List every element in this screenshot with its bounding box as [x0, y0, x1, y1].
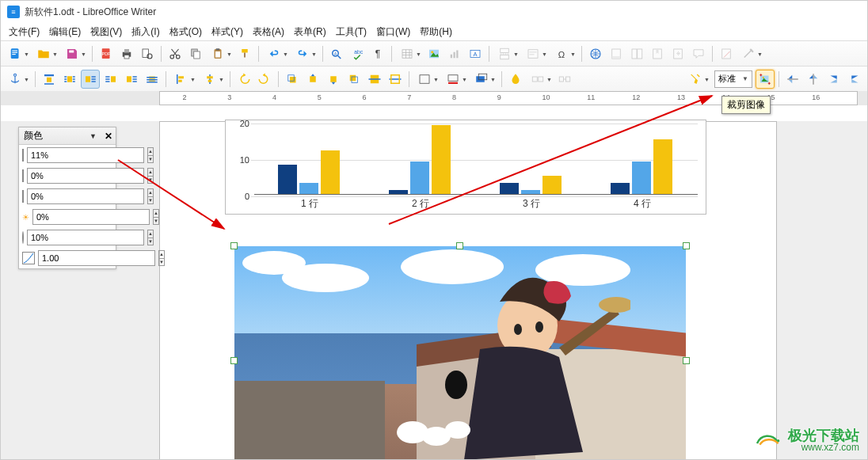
menu-file[interactable]: 文件(F) — [4, 24, 44, 40]
spinner[interactable]: ▲▼ — [147, 168, 154, 184]
undo-button[interactable]: ▼ — [263, 44, 290, 63]
to-foreground-button[interactable] — [365, 70, 384, 89]
rotate-left-button[interactable] — [234, 70, 253, 89]
wrap-before-button[interactable] — [101, 70, 120, 89]
print-button[interactable] — [117, 44, 136, 63]
color-value-input[interactable] — [27, 147, 144, 163]
spinner[interactable]: ▲▼ — [158, 250, 165, 266]
show-draw-functions-button[interactable]: ▼ — [737, 44, 764, 63]
transparency-button[interactable] — [506, 70, 525, 89]
insert-symbol-button[interactable]: Ω▼ — [550, 44, 577, 63]
crop-button[interactable] — [756, 70, 775, 89]
insert-pagebreak-button[interactable]: ▼ — [493, 44, 520, 63]
unlink-frame-button[interactable]: ▼ — [527, 70, 554, 89]
menu-window[interactable]: 窗口(W) — [371, 24, 415, 40]
menu-table[interactable]: 表格(A) — [248, 24, 289, 40]
color-value-input[interactable] — [32, 209, 150, 225]
spellcheck-button[interactable]: abc — [348, 44, 367, 63]
formatting-marks-button[interactable]: ¶ — [368, 44, 387, 63]
rotate-90r-button[interactable] — [845, 70, 864, 89]
send-back-button[interactable] — [345, 70, 364, 89]
track-changes-button[interactable] — [717, 44, 736, 63]
border-color-button[interactable]: ▼ — [442, 70, 469, 89]
menu-edit[interactable]: 编辑(E) — [44, 24, 86, 40]
insert-comment-button[interactable] — [689, 44, 708, 63]
redo-button[interactable]: ▼ — [291, 44, 318, 63]
wrap-parallel-button[interactable] — [60, 70, 79, 89]
wrap-after-button[interactable] — [122, 70, 141, 89]
area-fill-button[interactable]: ▼ — [470, 70, 497, 89]
insert-image-button[interactable] — [424, 44, 444, 63]
back-one-button[interactable] — [324, 70, 343, 89]
resize-handle-w[interactable] — [230, 357, 238, 364]
selected-image[interactable]: ⚓ — [234, 246, 686, 460]
chart-bar — [611, 183, 630, 194]
print-preview-button[interactable] — [138, 44, 157, 63]
spinner[interactable]: ▲▼ — [147, 230, 154, 245]
bring-front-button[interactable] — [283, 70, 302, 89]
spinner[interactable]: ▲▼ — [147, 188, 154, 204]
copy-button[interactable] — [186, 44, 205, 63]
flip-vert-button[interactable] — [783, 70, 802, 89]
clone-format-button[interactable] — [235, 44, 254, 63]
embedded-chart[interactable]: 01020 1 行2 行3 行4 行 — [225, 120, 706, 215]
paste-button[interactable]: ▼ — [207, 44, 234, 63]
insert-footnote-button[interactable] — [607, 44, 626, 63]
insert-chart-button[interactable] — [445, 44, 464, 63]
resize-handle-n[interactable] — [456, 242, 463, 249]
rotate-90l-button[interactable] — [824, 70, 843, 89]
panel-menu-icon[interactable]: ▼ — [89, 132, 97, 140]
resize-handle-e[interactable] — [683, 357, 690, 364]
rotate-right-button[interactable] — [255, 70, 274, 89]
svg-rect-9 — [124, 55, 129, 59]
color-panel[interactable]: 颜色 ▼ ✕ ▲▼▲▼▲▼☀▲▼▲▼▲▼ — [18, 127, 116, 269]
open-button[interactable]: ▼ — [32, 44, 59, 63]
find-button[interactable]: A — [327, 44, 346, 63]
menu-view[interactable]: 视图(V) — [86, 24, 127, 40]
color-panel-header[interactable]: 颜色 ▼ ✕ — [19, 127, 116, 145]
color-value-input[interactable] — [38, 250, 155, 266]
filter-button[interactable]: ▼ — [684, 70, 711, 89]
anchor-button[interactable]: ▼ — [4, 70, 31, 89]
menu-format[interactable]: 格式(O) — [165, 24, 207, 40]
link-frame-button[interactable] — [555, 70, 574, 89]
menu-insert[interactable]: 插入(I) — [127, 24, 164, 40]
svg-rect-51 — [67, 76, 72, 82]
insert-bookmark-button[interactable] — [648, 44, 667, 63]
export-pdf-button[interactable]: PDF — [97, 44, 116, 63]
color-value-input[interactable] — [27, 230, 144, 245]
insert-field-button[interactable]: ▼ — [522, 44, 549, 63]
cut-button[interactable] — [166, 44, 185, 63]
align-left-button[interactable]: ▼ — [170, 70, 197, 89]
align-center-h-button[interactable]: ▼ — [199, 70, 226, 89]
resize-handle-ne[interactable] — [683, 242, 690, 249]
graphics-mode-dropdown[interactable]: 标准▼ — [714, 70, 752, 88]
color-value-input[interactable] — [27, 188, 144, 204]
menu-help[interactable]: 帮助(H) — [415, 24, 457, 40]
insert-table-button[interactable]: ▼ — [396, 44, 423, 63]
menu-styles[interactable]: 样式(Y) — [207, 24, 248, 40]
insert-textbox-button[interactable]: A — [466, 44, 485, 63]
save-button[interactable]: ▼ — [61, 44, 88, 63]
menu-tools[interactable]: 工具(T) — [331, 24, 371, 40]
insert-endnote-button[interactable] — [627, 44, 646, 63]
to-background-button[interactable] — [386, 70, 405, 89]
flip-horiz-button[interactable] — [804, 70, 823, 89]
color-value-input[interactable] — [27, 168, 144, 184]
resize-handle-nw[interactable] — [230, 242, 238, 249]
svg-rect-61 — [92, 81, 96, 82]
panel-close-icon[interactable]: ✕ — [105, 131, 112, 142]
wrap-optimal-button[interactable] — [81, 70, 100, 89]
border-style-button[interactable]: ▼ — [413, 70, 440, 89]
menu-form[interactable]: 表单(R) — [289, 24, 331, 40]
spinner[interactable]: ▲▼ — [147, 147, 154, 163]
insert-crossref-button[interactable]: ※ — [668, 44, 687, 63]
insert-hyperlink-button[interactable] — [586, 44, 605, 63]
wrap-through-button[interactable] — [143, 70, 162, 89]
svg-rect-50 — [44, 83, 54, 85]
new-button[interactable]: ▼ — [4, 44, 31, 63]
spinner[interactable]: ▲▼ — [153, 209, 159, 225]
window-title: 新软件1.odt - LibreOffice Writer — [25, 6, 156, 19]
wrap-none-button[interactable] — [40, 70, 59, 89]
forward-one-button[interactable] — [303, 70, 322, 89]
